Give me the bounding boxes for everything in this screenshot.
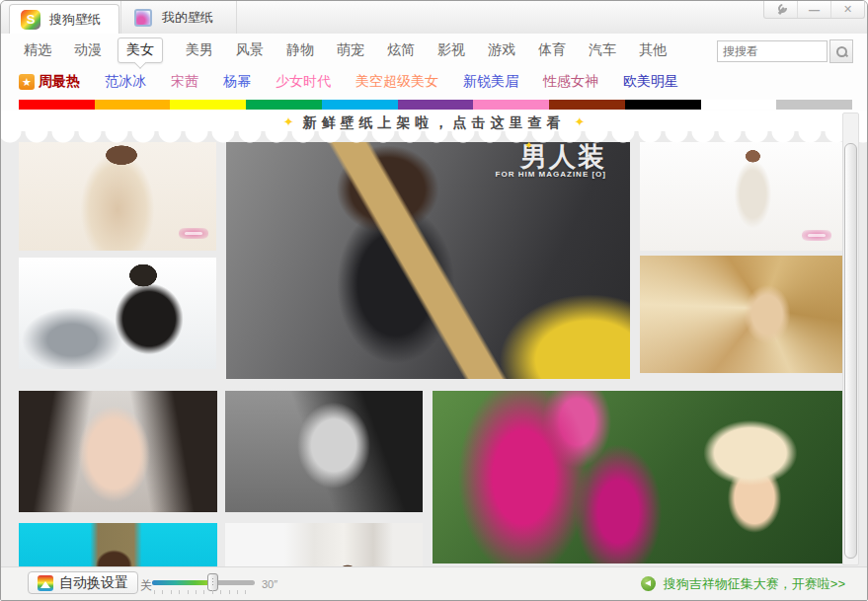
color-swatch-black[interactable] (625, 100, 701, 110)
category-movies[interactable]: 影视 (437, 41, 465, 59)
category-scenery[interactable]: 风景 (236, 41, 264, 59)
slider-handle[interactable] (207, 573, 218, 591)
magazine-subtitle: FOR HIM MAGAZINE [O] (496, 170, 606, 179)
photo-flower-icon (134, 9, 152, 27)
tag-western-stars[interactable]: 欧美明星 (623, 73, 678, 91)
star-icon: ★ (19, 74, 35, 90)
wallpaper-thumb-white-dress-girl[interactable] (19, 142, 216, 251)
category-sports[interactable]: 体育 (538, 41, 566, 59)
scrollbar-track[interactable] (842, 113, 859, 565)
slider-track[interactable] (152, 580, 255, 585)
settings-button[interactable] (764, 1, 797, 18)
search-button[interactable] (829, 39, 853, 63)
tab-my-wallpaper[interactable]: 我的壁纸 (120, 1, 237, 34)
wallpaper-thumb-golden-mosaic-portrait[interactable] (640, 256, 845, 373)
watermark-logo (179, 228, 208, 239)
wallpaper-gallery: ✦ 新鲜壁纸上架啦，点击这里查看 ✦ ✦ 男人装 FOR HIM MAGAZIN… (1, 111, 867, 567)
color-swatch-orange[interactable] (95, 100, 171, 110)
slider-ticks (154, 590, 253, 594)
wallpaper-thumb-sitting-girl[interactable] (640, 142, 845, 251)
sparkle-icon: ✦ (283, 114, 294, 129)
tag-yangmi[interactable]: 杨幂 (223, 73, 251, 91)
wrench-icon (776, 5, 786, 15)
color-filter-bar (19, 100, 852, 110)
mascot-contest-link[interactable]: 搜狗吉祥物征集大赛，开赛啦>> (641, 567, 845, 600)
wallpaper-thumb-guitar-girl-featured[interactable]: 男人装 FOR HIM MAGAZINE [O] (226, 142, 630, 379)
category-featured[interactable]: 精选 (24, 41, 51, 59)
banner-cloud-edge (1, 131, 867, 144)
watermark-logo (802, 230, 831, 241)
slider-fill (152, 580, 213, 585)
color-swatch-white[interactable] (701, 100, 777, 110)
search-icon (836, 46, 847, 57)
sogou-logo-icon: S (21, 10, 40, 30)
color-swatch-brown[interactable] (549, 100, 625, 110)
magazine-watermark: 男人装 FOR HIM MAGAZINE [O] (496, 144, 606, 179)
category-nav: 精选 动漫 美女 美男 风景 静物 萌宠 炫简 影视 游戏 体育 汽车 其他 (1, 34, 867, 66)
category-minimal[interactable]: 炫简 (387, 41, 415, 59)
tag-songqian[interactable]: 宋茜 (171, 73, 198, 91)
category-cars[interactable]: 汽车 (589, 41, 616, 59)
color-swatch-purple[interactable] (398, 100, 474, 110)
color-swatch-blue[interactable] (322, 100, 398, 110)
wallpaper-picture-icon (38, 575, 53, 591)
wallpaper-thumb-girl-closeup[interactable] (19, 391, 217, 512)
color-swatch-red[interactable] (19, 100, 95, 110)
tag-girls-generation[interactable]: 少女时代 (276, 73, 331, 91)
speaker-icon (641, 576, 656, 591)
tab-label: 搜狗壁纸 (49, 11, 101, 29)
title-bar: S 搜狗壁纸 我的壁纸 — ✕ (1, 1, 867, 35)
color-swatch-yellow[interactable] (170, 100, 246, 110)
tag-sexy-goddess[interactable]: 性感女神 (543, 73, 598, 91)
header: 精选 动漫 美女 美男 风景 静物 萌宠 炫简 影视 游戏 体育 汽车 其他 ★… (1, 34, 867, 115)
category-pets[interactable]: 萌宠 (337, 41, 364, 59)
category-beauty-selected[interactable]: 美女 (118, 38, 163, 63)
category-men[interactable]: 美男 (186, 41, 213, 59)
tag-fanbingbing[interactable]: 范冰冰 (105, 73, 146, 91)
wallpaper-thumb-pink-flowers-hat-girl[interactable] (433, 391, 845, 563)
close-button[interactable]: ✕ (830, 1, 864, 18)
auto-change-settings-button[interactable]: 自动换设置 (28, 571, 138, 594)
tag-moko-super-beauty[interactable]: 美空超级美女 (355, 73, 438, 91)
magazine-title: 男人装 (496, 144, 606, 170)
banner-link[interactable]: ✦ 新鲜壁纸上架啦，点击这里查看 ✦ (1, 114, 867, 132)
search-input[interactable] (717, 40, 828, 62)
category-games[interactable]: 游戏 (488, 41, 515, 59)
category-other[interactable]: 其他 (639, 41, 667, 59)
window-controls: — ✕ (763, 1, 865, 19)
app-window: S 搜狗壁纸 我的壁纸 — ✕ 精选 动漫 美女 美男 风景 静物 萌宠 炫简 … (0, 0, 868, 601)
tab-label: 我的壁纸 (162, 9, 213, 27)
footer-bar: 自动换设置 关 30″ 搜狗吉祥物征集大赛，开赛啦>> (1, 566, 867, 600)
slider-max-label: 30″ (262, 578, 277, 590)
tag-weekly-hot[interactable]: 周最热 (39, 73, 80, 91)
category-still-life[interactable]: 静物 (286, 41, 314, 59)
minimize-button[interactable]: — (797, 1, 830, 18)
wallpaper-thumb-girl-with-husky[interactable] (19, 258, 216, 369)
tab-sogou-wallpaper[interactable]: S 搜狗壁纸 (9, 4, 119, 34)
color-swatch-pink[interactable] (473, 100, 549, 110)
slider-off-label: 关 (140, 577, 152, 594)
sparkle-icon: ✦ (524, 139, 533, 152)
sparkle-icon: ✦ (574, 114, 585, 129)
scrollbar-thumb[interactable] (844, 143, 857, 559)
wallpaper-thumb-cyan-background-girl[interactable] (19, 523, 217, 567)
category-anime[interactable]: 动漫 (74, 41, 102, 59)
hot-tags-row: ★ 周最热 范冰冰 宋茜 杨幂 少女时代 美空超级美女 新锐美眉 性感女神 欧美… (1, 66, 867, 98)
search-area (717, 39, 853, 63)
interval-slider[interactable] (152, 567, 255, 600)
color-swatch-gray[interactable] (776, 100, 852, 110)
wallpaper-thumb-white-room-girl[interactable] (225, 523, 423, 567)
tag-new-cute-girls[interactable]: 新锐美眉 (463, 73, 518, 91)
wallpaper-thumb-bw-portrait[interactable] (225, 391, 423, 512)
color-swatch-green[interactable] (246, 100, 322, 110)
